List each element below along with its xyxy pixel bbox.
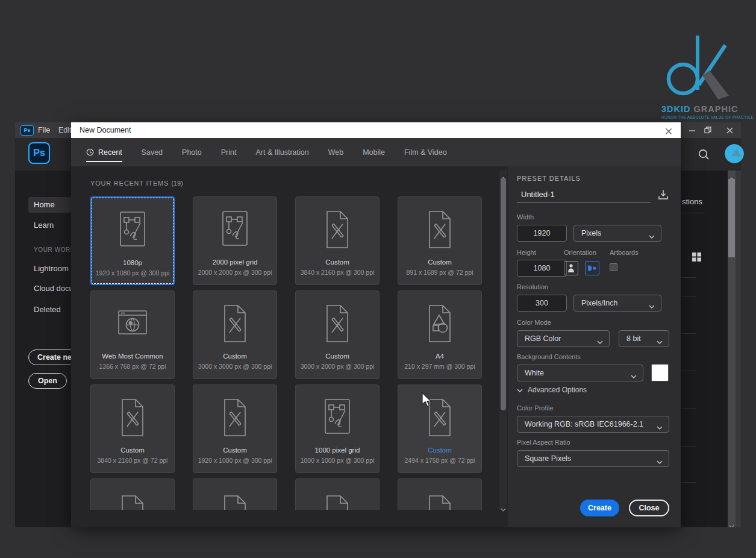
pixel-aspect-ratio-dropdown[interactable]: Square Pixels (517, 450, 669, 467)
orientation-portrait-button[interactable] (564, 261, 578, 275)
preset-card[interactable]: 1080p1920 x 1080 px @ 300 ppi (90, 196, 175, 285)
saved-doc-icon (116, 484, 149, 510)
new-document-dialog: New Document RecentSavedPhotoPrintArt & … (71, 122, 681, 527)
preset-card[interactable]: Custom2494 x 1758 px @ 72 ppi (398, 384, 482, 473)
preset-card[interactable]: Custom1920 x 1080 px @ 300 ppi (193, 384, 277, 473)
create-new-button[interactable]: Create ne (28, 350, 71, 365)
tab-film-video[interactable]: Film & Video (404, 138, 447, 166)
scroll-down-icon[interactable] (729, 520, 734, 527)
dialog-scrollbar-thumb[interactable] (501, 178, 506, 410)
tab-label: Mobile (363, 148, 385, 157)
background-contents-label: Background Contents (517, 353, 581, 360)
advanced-options-toggle[interactable]: Advanced Options (517, 386, 587, 394)
dropdown-value: Pixels (574, 229, 601, 237)
preset-card-title: Custom (428, 259, 452, 266)
sidebar-item-learn[interactable]: Learn (28, 218, 71, 233)
tab-print[interactable]: Print (221, 138, 237, 166)
width-input[interactable]: 1920 (517, 225, 567, 242)
background-contents-dropdown[interactable]: White (517, 365, 643, 381)
sidebar-item-home[interactable]: Home (28, 197, 71, 213)
grid-view-icon[interactable] (692, 252, 701, 264)
background-color-swatch[interactable] (651, 364, 669, 381)
search-icon[interactable] (698, 148, 710, 163)
preset-card-title: Custom (325, 353, 349, 360)
preset-card-title: Custom (428, 447, 452, 454)
app-badge[interactable]: Ps (20, 125, 34, 136)
orientation-landscape-button[interactable] (585, 261, 599, 275)
preset-card-partial[interactable] (90, 478, 175, 510)
width-unit-dropdown[interactable]: Pixels (573, 225, 661, 242)
minimize-button[interactable] (688, 126, 696, 134)
tab-photo[interactable]: Photo (182, 138, 202, 166)
preset-card-title: Custom (120, 447, 145, 454)
tab-recent[interactable]: Recent (86, 138, 122, 166)
preset-card[interactable]: 1000 pixel grid1000 x 1000 px @ 300 ppi (295, 384, 380, 473)
user-avatar[interactable] (725, 144, 744, 163)
rail-edge (736, 171, 741, 527)
color-mode-dropdown[interactable]: RGB Color (517, 330, 610, 347)
dialog-scrollbar[interactable] (499, 171, 507, 510)
height-input[interactable]: 1080 (517, 260, 567, 277)
home-scrollbar[interactable] (728, 171, 736, 527)
color-profile-dropdown[interactable]: Working RGB: sRGB IEC61966-2.1 (517, 416, 669, 433)
restore-button[interactable] (704, 126, 712, 134)
preset-card[interactable]: Web Most Common1366 x 768 px @ 72 ppi (90, 290, 175, 379)
photoshop-window: Ps File Edit Ps YOUR WORK Create ne Open… (15, 122, 741, 527)
preset-card-title: Custom (325, 259, 349, 266)
brand-name: 3DKID GRAPHIC (661, 104, 743, 114)
sidebar-item-cloud-docu[interactable]: Cloud docu (28, 281, 71, 296)
dropdown-value: Square Pixels (517, 454, 571, 463)
dialog-close-button[interactable] (665, 127, 672, 134)
menu-file[interactable]: File (38, 122, 50, 138)
height-label: Height (517, 249, 536, 256)
custom-doc-icon (218, 296, 252, 351)
preset-card[interactable]: 2000 pixel grid2000 x 2000 px @ 300 ppi (193, 196, 277, 285)
bit-depth-dropdown[interactable]: 8 bit (619, 330, 669, 347)
preset-card[interactable]: Custom3000 x 2000 px @ 300 ppi (295, 290, 380, 379)
dropdown-value: Working RGB: sRGB IEC61966-2.1 (517, 420, 643, 428)
open-button[interactable]: Open (28, 373, 67, 389)
resolution-unit-dropdown[interactable]: Pixels/Inch (573, 295, 661, 312)
home-sidebar: YOUR WORK Create ne Open HomeLearnLightr… (15, 171, 71, 527)
recent-items-title: YOUR RECENT ITEMS (90, 180, 169, 187)
tab-label: Film & Video (404, 148, 447, 157)
portrait-icon (567, 263, 575, 273)
divider (681, 446, 696, 447)
right-rail: stions (681, 171, 741, 527)
preset-card[interactable]: A4210 x 297 mm @ 300 ppi (398, 290, 482, 379)
preset-card-partial[interactable] (295, 478, 380, 510)
sidebar-item-lightroom[interactable]: Lightroom (28, 261, 71, 277)
brand-name-primary: 3DKID (661, 104, 691, 114)
home-scrollbar-thumb[interactable] (728, 179, 735, 257)
preset-card-partial[interactable] (193, 478, 277, 510)
tab-art-illustration[interactable]: Art & Illustration (255, 138, 308, 166)
sidebar-item-deleted[interactable]: Deleted (28, 302, 71, 318)
scroll-down-icon[interactable] (501, 503, 506, 514)
tab-mobile[interactable]: Mobile (363, 138, 385, 166)
chevron-down-icon (631, 372, 637, 380)
photoshop-app-icon: Ps (28, 142, 50, 164)
vector-grid-doc-icon (320, 390, 354, 445)
desktop: 3DKID GRAPHIC HONOR THE ABSOLUTE VALUE O… (0, 0, 756, 558)
preset-card[interactable]: Custom3840 x 2160 px @ 72 ppi (90, 384, 175, 473)
divider (681, 213, 705, 213)
preset-card[interactable]: Custom3000 x 3000 px @ 300 ppi (193, 290, 277, 379)
save-preset-icon[interactable] (657, 188, 670, 201)
brand-name-secondary: GRAPHIC (694, 104, 739, 114)
close-window-button[interactable] (725, 126, 734, 134)
preset-card[interactable]: Custom3840 x 2160 px @ 300 ppi (295, 196, 380, 285)
create-button[interactable]: Create (580, 500, 619, 516)
close-button[interactable]: Close (629, 500, 669, 516)
preset-card-dims: 2000 x 2000 px @ 300 ppi (198, 269, 272, 276)
tab-web[interactable]: Web (328, 138, 343, 166)
resolution-input[interactable]: 300 (517, 295, 567, 312)
resolution-label: Resolution (517, 283, 548, 290)
saved-doc-icon (423, 484, 457, 510)
menu-edit[interactable]: Edit (58, 122, 72, 138)
document-name-field[interactable]: Untitled-1 (517, 187, 651, 202)
preset-card-partial[interactable] (398, 478, 482, 510)
divider (681, 371, 696, 371)
preset-card[interactable]: Custom891 x 1689 px @ 72 ppi (398, 196, 482, 285)
tab-saved[interactable]: Saved (142, 138, 163, 166)
artboards-checkbox[interactable] (610, 263, 617, 271)
